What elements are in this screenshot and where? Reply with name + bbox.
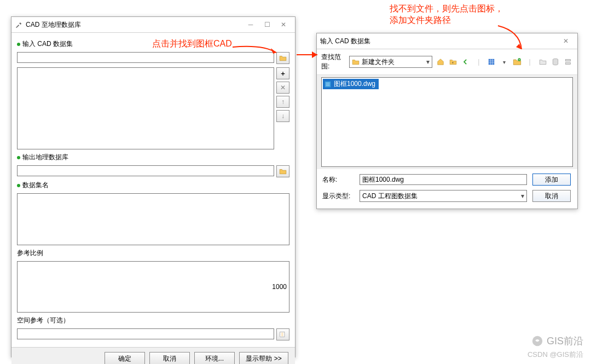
dataset-label: 数据集名 xyxy=(17,181,289,190)
svg-rect-4 xyxy=(566,59,571,61)
sep2: | xyxy=(525,56,534,67)
close-button[interactable]: ✕ xyxy=(275,19,292,31)
selected-file[interactable]: 图框1000.dwg xyxy=(323,79,379,89)
browse-dialog: 输入 CAD 数据集 ✕ 查找范围: 新建文件夹 ▾ | ▾ | 图框1000.… xyxy=(316,33,578,209)
svg-rect-5 xyxy=(566,62,571,65)
browse-toolbar: 查找范围: 新建文件夹 ▾ | ▾ | xyxy=(317,49,577,75)
main-dialog: CAD 至地理数据库 ─ ☐ ✕ 输入 CAD 数据集 ＋ ✕ ↑ ↓ 输出地理… xyxy=(11,16,296,357)
file-list[interactable]: 图框1000.dwg xyxy=(321,77,573,167)
ratio-label: 参考比例 xyxy=(17,249,289,258)
move-down-icon[interactable]: ↓ xyxy=(276,110,289,122)
scope-combo[interactable]: 新建文件夹 ▾ xyxy=(349,56,432,68)
browse-folder-icon[interactable] xyxy=(276,52,289,64)
annotation-2: 找不到文件，则先点击图标，添加文件夹路径 xyxy=(390,3,503,26)
input-cad-label: 输入 CAD 数据集 xyxy=(17,39,289,49)
move-up-icon[interactable]: ↑ xyxy=(276,96,289,108)
browse-title: 输入 CAD 数据集 xyxy=(320,37,558,46)
env-button[interactable]: 环境... xyxy=(194,352,235,364)
watermark-credit: CSDN @GIS前沿 xyxy=(528,350,583,360)
show-help-button[interactable]: 显示帮助 >> xyxy=(239,352,288,364)
spatial-props-icon[interactable] xyxy=(276,328,289,340)
list-view-icon[interactable] xyxy=(486,56,496,67)
titlebar: CAD 至地理数据库 ─ ☐ ✕ xyxy=(11,17,295,33)
add-button[interactable]: 添加 xyxy=(532,174,571,186)
name-label: 名称: xyxy=(322,175,354,184)
back-icon[interactable] xyxy=(461,56,471,67)
detail-chevron-icon[interactable]: ▾ xyxy=(500,56,509,67)
new-folder-icon[interactable] xyxy=(538,56,547,67)
browse-output-icon[interactable] xyxy=(276,165,289,177)
input-list[interactable] xyxy=(17,67,274,149)
svg-rect-1 xyxy=(489,59,495,65)
browse-titlebar: 输入 CAD 数据集 ✕ xyxy=(317,33,577,49)
browse-footer: 名称: 添加 显示类型: CAD 工程图数据集▾ 取消 xyxy=(317,169,577,209)
output-gdb-field[interactable] xyxy=(17,165,274,176)
type-label: 显示类型: xyxy=(322,192,354,201)
dialog-title: CAD 至地理数据库 xyxy=(26,20,242,30)
browse-close-button[interactable]: ✕ xyxy=(558,35,574,47)
name-field[interactable] xyxy=(360,174,527,185)
remove-icon[interactable]: ✕ xyxy=(276,82,289,94)
sep1: | xyxy=(474,56,483,67)
server-icon[interactable] xyxy=(564,56,573,67)
ok-button[interactable]: 确定 xyxy=(105,352,145,364)
hammer-icon xyxy=(15,21,22,28)
home-icon[interactable] xyxy=(436,56,445,67)
spatial-label: 空间参考（可选） xyxy=(17,316,289,325)
connect-folder-icon[interactable] xyxy=(512,56,522,67)
minimize-button[interactable]: ─ xyxy=(242,19,259,31)
ratio-field[interactable] xyxy=(17,261,289,313)
dialog-footer: 确定 取消 环境... 显示帮助 >> xyxy=(11,347,295,364)
output-gdb-label: 输出地理数据库 xyxy=(17,153,289,162)
up-folder-icon[interactable] xyxy=(448,56,457,67)
type-combo[interactable]: CAD 工程图数据集▾ xyxy=(360,190,527,202)
add-icon[interactable]: ＋ xyxy=(276,67,289,79)
browse-cancel-button[interactable]: 取消 xyxy=(532,190,571,202)
cancel-button[interactable]: 取消 xyxy=(149,352,190,364)
watermark: GIS前沿 xyxy=(531,334,583,348)
input-cad-field[interactable] xyxy=(17,52,274,63)
db-icon[interactable] xyxy=(551,56,560,67)
scope-label: 查找范围: xyxy=(321,53,346,71)
maximize-button[interactable]: ☐ xyxy=(259,19,275,31)
scope-value: 新建文件夹 xyxy=(362,57,395,67)
spatial-field[interactable] xyxy=(17,328,274,339)
dataset-field[interactable] xyxy=(17,193,289,245)
